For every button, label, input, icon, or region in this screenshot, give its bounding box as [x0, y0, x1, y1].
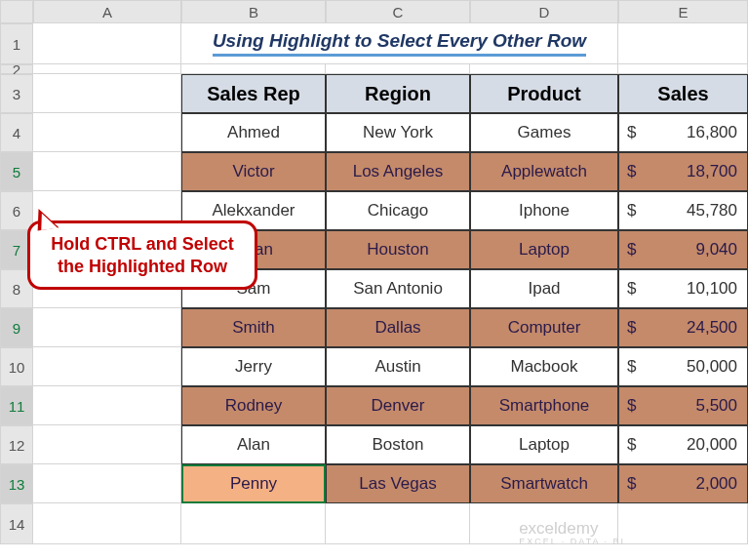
row-header-6[interactable]: 6: [0, 191, 33, 230]
row-header-3[interactable]: 3: [0, 74, 33, 113]
cell-A3[interactable]: [33, 74, 181, 113]
currency-symbol: $: [627, 240, 645, 260]
row-header-5[interactable]: 5: [0, 152, 33, 191]
cell-A14[interactable]: [33, 503, 181, 544]
col-header-E[interactable]: E: [618, 0, 748, 23]
watermark-sub: EXCEL · DATA · BI: [519, 537, 625, 546]
table-cell[interactable]: $2,000: [618, 464, 748, 503]
table-header-rep[interactable]: Sales Rep: [181, 74, 326, 113]
title-cell[interactable]: Using Highlight to Select Every Other Ro…: [181, 23, 618, 64]
row-header-10[interactable]: 10: [0, 347, 33, 386]
active-cell[interactable]: Penny: [181, 464, 326, 503]
cell-A12[interactable]: [33, 425, 181, 464]
sales-value: 16,800: [645, 123, 737, 142]
table-cell[interactable]: Dallas: [326, 308, 470, 347]
currency-symbol: $: [627, 318, 645, 338]
row-header-12[interactable]: 12: [0, 425, 33, 464]
col-header-D[interactable]: D: [470, 0, 618, 23]
cell-A2[interactable]: [33, 64, 181, 74]
sales-value: 45,780: [645, 201, 737, 220]
table-cell[interactable]: $45,780: [618, 191, 748, 230]
row-header-14[interactable]: 14: [0, 503, 33, 544]
currency-symbol: $: [627, 357, 645, 377]
cell-A13[interactable]: [33, 464, 181, 503]
watermark-brand: exceldemy: [519, 519, 598, 538]
table-cell[interactable]: $18,700: [618, 152, 748, 191]
table-cell[interactable]: Las Vegas: [326, 464, 470, 503]
cell-A9[interactable]: [33, 308, 181, 347]
table-cell[interactable]: $10,100: [618, 269, 748, 308]
currency-symbol: $: [627, 201, 645, 220]
row-header-11[interactable]: 11: [0, 386, 33, 425]
row-header-13[interactable]: 13: [0, 464, 33, 503]
col-header-A[interactable]: A: [33, 0, 181, 23]
table-header-region[interactable]: Region: [326, 74, 470, 113]
table-cell[interactable]: Jerry: [181, 347, 326, 386]
table-cell[interactable]: Houston: [326, 230, 470, 269]
table-cell[interactable]: Games: [470, 113, 618, 152]
table-header-product[interactable]: Product: [470, 74, 618, 113]
cell-B14[interactable]: [181, 503, 326, 544]
currency-symbol: $: [627, 474, 645, 494]
table-cell[interactable]: $16,800: [618, 113, 748, 152]
table-cell[interactable]: San Antonio: [326, 269, 470, 308]
currency-symbol: $: [627, 279, 645, 299]
sales-value: 5,500: [645, 396, 737, 416]
table-cell[interactable]: Smartwatch: [470, 464, 618, 503]
table-cell[interactable]: $24,500: [618, 308, 748, 347]
cell-A11[interactable]: [33, 386, 181, 425]
sales-value: 10,100: [645, 279, 737, 299]
table-cell[interactable]: Chicago: [326, 191, 470, 230]
table-cell[interactable]: Alan: [181, 425, 326, 464]
table-cell[interactable]: Austin: [326, 347, 470, 386]
table-cell[interactable]: Computer: [470, 308, 618, 347]
table-cell[interactable]: $5,500: [618, 386, 748, 425]
cell-F2[interactable]: [618, 64, 748, 74]
table-header-sales[interactable]: Sales: [618, 74, 748, 113]
currency-symbol: $: [627, 123, 645, 142]
row-header-4[interactable]: 4: [0, 113, 33, 152]
row-header-2[interactable]: 2: [0, 64, 33, 74]
cell-A5[interactable]: [33, 152, 181, 191]
table-cell[interactable]: Laptop: [470, 230, 618, 269]
table-cell[interactable]: Smartphone: [470, 386, 618, 425]
table-cell[interactable]: Applewatch: [470, 152, 618, 191]
currency-symbol: $: [627, 435, 645, 455]
cell-F1[interactable]: [618, 23, 748, 64]
currency-symbol: $: [627, 396, 645, 416]
cell-E14[interactable]: [618, 503, 748, 544]
row-header-9[interactable]: 9: [0, 308, 33, 347]
col-header-C[interactable]: C: [326, 0, 470, 23]
cell-C2[interactable]: [326, 64, 470, 74]
table-cell[interactable]: Boston: [326, 425, 470, 464]
col-header-B[interactable]: B: [181, 0, 326, 23]
table-cell[interactable]: New York: [326, 113, 470, 152]
table-cell[interactable]: Denver: [326, 386, 470, 425]
sales-value: 24,500: [645, 318, 737, 338]
cell-A4[interactable]: [33, 113, 181, 152]
table-cell[interactable]: $50,000: [618, 347, 748, 386]
table-cell[interactable]: Iphone: [470, 191, 618, 230]
table-cell[interactable]: Rodney: [181, 386, 326, 425]
sales-value: 50,000: [645, 357, 737, 377]
table-cell[interactable]: $9,040: [618, 230, 748, 269]
select-all-corner[interactable]: [0, 0, 33, 23]
table-cell[interactable]: Ahmed: [181, 113, 326, 152]
watermark: exceldemy EXCEL · DATA · BI: [519, 519, 625, 546]
instruction-callout: Hold CTRL and Select the Highlighted Row: [27, 220, 257, 290]
row-header-1[interactable]: 1: [0, 23, 33, 64]
cell-A1[interactable]: [33, 23, 181, 64]
table-cell[interactable]: Smith: [181, 308, 326, 347]
table-cell[interactable]: Los Angeles: [326, 152, 470, 191]
cell-A10[interactable]: [33, 347, 181, 386]
cell-C14[interactable]: [326, 503, 470, 544]
table-cell[interactable]: Ipad: [470, 269, 618, 308]
cell-B2[interactable]: [181, 64, 326, 74]
table-cell[interactable]: Laptop: [470, 425, 618, 464]
sales-value: 9,040: [645, 240, 737, 260]
currency-symbol: $: [627, 162, 645, 181]
table-cell[interactable]: Victor: [181, 152, 326, 191]
cell-D2[interactable]: [470, 64, 618, 74]
table-cell[interactable]: Macbook: [470, 347, 618, 386]
table-cell[interactable]: $20,000: [618, 425, 748, 464]
